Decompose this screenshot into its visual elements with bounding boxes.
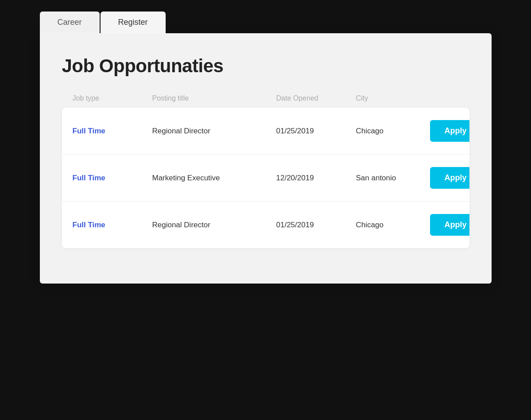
city-1: Chicago: [356, 127, 422, 136]
date-opened-1: 01/25/2019: [276, 127, 356, 136]
posting-title-2: Marketing Executive: [152, 174, 276, 183]
city-2: San antonio: [356, 174, 422, 183]
job-type-1: Full Time: [73, 127, 152, 136]
posting-title-1: Regional Director: [152, 127, 276, 136]
table-header: Job type Posting title Date Opened City: [62, 94, 469, 102]
apply-button-1[interactable]: Apply: [430, 120, 469, 142]
col-header-job-type: Job type: [73, 94, 152, 102]
job-type-3: Full Time: [73, 221, 152, 229]
tab-career[interactable]: Career: [40, 12, 100, 33]
city-3: Chicago: [356, 221, 422, 229]
window: Career Register Job Opportunaties Job ty…: [40, 12, 492, 284]
jobs-table: Full Time Regional Director 01/25/2019 C…: [62, 108, 469, 248]
col-header-posting-title: Posting title: [152, 94, 276, 102]
tabs-bar: Career Register: [40, 12, 492, 33]
table-row: Full Time Regional Director 01/25/2019 C…: [62, 202, 469, 248]
table-row: Full Time Marketing Executive 12/20/2019…: [62, 155, 469, 202]
posting-title-3: Regional Director: [152, 221, 276, 229]
table-row: Full Time Regional Director 01/25/2019 C…: [62, 108, 469, 155]
date-opened-2: 12/20/2019: [276, 174, 356, 183]
apply-button-3[interactable]: Apply: [430, 214, 469, 236]
col-header-date-opened: Date Opened: [276, 94, 356, 102]
date-opened-3: 01/25/2019: [276, 221, 356, 229]
col-header-city: City: [356, 94, 459, 102]
job-type-2: Full Time: [73, 174, 152, 183]
page-title: Job Opportunaties: [62, 55, 469, 77]
apply-button-2[interactable]: Apply: [430, 167, 469, 189]
main-content: Job Opportunaties Job type Posting title…: [40, 33, 492, 284]
tab-register[interactable]: Register: [101, 12, 166, 33]
